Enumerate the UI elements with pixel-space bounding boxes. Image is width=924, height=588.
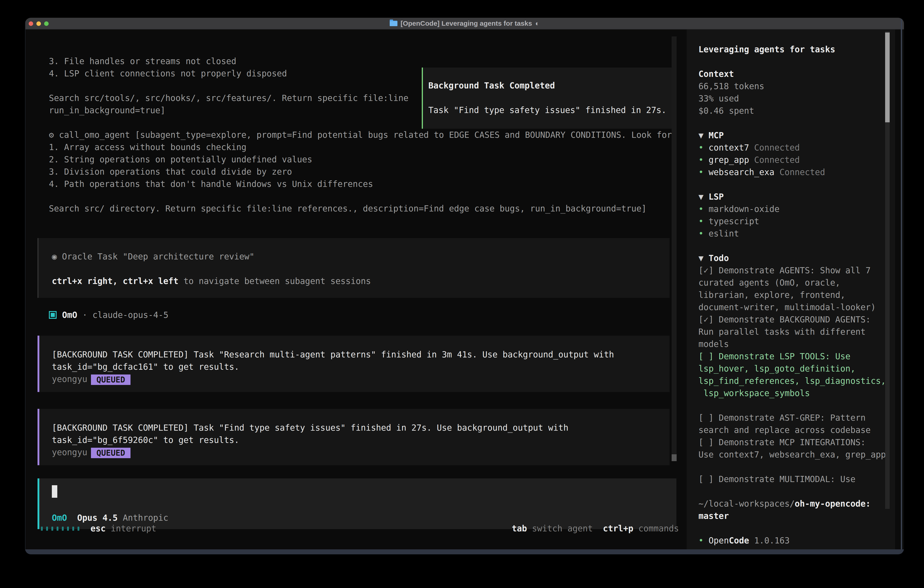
terminal-line: 3. File handles or streams not closed (49, 55, 672, 68)
text-segment: Code (729, 536, 749, 545)
text-cursor (52, 485, 57, 498)
terminal-line: lsp_find_references, lsp_diagnostics, (698, 375, 886, 387)
terminal-line: ~/local-workspaces/oh-my-opencode: (698, 498, 886, 510)
notification-toast[interactable]: Background Task Completed Task "Find typ… (422, 68, 675, 129)
text-segment: Run parallel tasks with different (698, 327, 866, 337)
text-segment: document-writer, multimodal-looker) (698, 302, 876, 312)
terminal-line: ▼ Todo (698, 252, 886, 264)
chevron-down-icon: ▼ (698, 253, 709, 263)
terminal-line: ctrl+x right, ctrl+x left to navigate be… (52, 275, 670, 287)
text-segment: Search src/tools/, src/hooks/, src/featu… (49, 93, 409, 103)
sidebar-content: Leveraging agents for tasksContext66,518… (698, 43, 886, 547)
terminal-line: [ ] Demonstrate MCP INTEGRATIONS: (698, 436, 886, 449)
terminal-line: [ ] Demonstrate AST-GREP: Pattern (698, 412, 886, 424)
agent-model: claude-opus-4-5 (92, 310, 168, 320)
zoom-button[interactable] (44, 21, 49, 26)
notification-title: Background Task Completed (428, 79, 673, 92)
terminal-line: [ ] Demonstrate MULTIMODAL: Use (698, 473, 886, 486)
chevron-down-icon: ▼ (698, 192, 709, 202)
input-provider: Anthropic (118, 513, 168, 523)
esc-hint: esc interrupt (91, 522, 157, 535)
text-segment: Oracle Task "Deep architecture review" (62, 252, 254, 261)
terminal-line: models (698, 338, 886, 350)
status-dot-icon: • (698, 216, 709, 226)
background-task-message: [BACKGROUND TASK COMPLETED] Task "Find t… (38, 409, 670, 465)
text-segment: 2. String operations on potentially unde… (49, 155, 312, 164)
text-segment: markdown-oxide (709, 204, 780, 214)
terminal-line: ▼ LSP (698, 191, 886, 203)
text-segment: master (698, 511, 729, 521)
model-selector-row[interactable]: OmO Opus 4.5 Anthropic (52, 512, 168, 524)
text-segment: 33% used (698, 94, 739, 104)
sidebar-scrollbar[interactable] (885, 31, 890, 509)
terminal-line: Leveraging agents for tasks (698, 43, 886, 56)
status-dot-icon: • (698, 204, 709, 214)
terminal-line: 3. Division operations that could divide… (49, 166, 672, 178)
author-name: yeongyu (52, 374, 87, 384)
close-button[interactable] (29, 21, 33, 26)
window-title: [OpenCode] Leveraging agents for tasks (401, 20, 532, 27)
text-segment: Leveraging agents for tasks (698, 45, 835, 55)
window-left-border (25, 18, 25, 554)
ctrlp-label: commands (634, 524, 679, 533)
esc-key: esc (91, 524, 106, 533)
text-segment: context7 (709, 143, 749, 153)
agent-header-row: OmO · claude-opus-4-5 (49, 309, 168, 321)
terminal-line: Context (698, 68, 886, 80)
text-segment: [ ] Demonstrate MULTIMODAL: Use (698, 474, 856, 484)
terminal-line (698, 400, 886, 412)
text-segment: librarian, explore, frontend, (698, 290, 845, 300)
terminal-line (698, 461, 886, 473)
window-right-border (901, 18, 902, 554)
status-dot-icon: • (698, 167, 709, 177)
status-bar: esc interrupt tab switch agent ctrl+p co… (25, 522, 684, 535)
text-segment: ~/local-workspaces/ (698, 499, 795, 509)
text-segment: Open (709, 536, 729, 545)
terminal-line: • websearch_exa Connected (698, 166, 886, 178)
keyboard-hints: tab switch agent ctrl+p commands (512, 522, 679, 535)
text-segment: curated agents (OmO, oracle, (698, 278, 840, 287)
terminal-line: librarian, explore, frontend, (698, 289, 886, 301)
terminal-line: 2. String operations on potentially unde… (49, 154, 672, 166)
terminal-line: Search src/ directory. Return specific f… (49, 203, 672, 215)
terminal-line: [✓] Demonstrate AGENTS: Show all 7 (698, 264, 886, 277)
scrollbar-thumb[interactable] (885, 33, 890, 122)
text-segment: Todo (709, 253, 729, 263)
text-segment: 3. File handles or streams not closed (49, 56, 236, 66)
session-sidebar: Leveraging agents for tasksContext66,518… (686, 30, 895, 549)
status-dot-icon: • (698, 155, 709, 165)
terminal-line: • markdown-oxide (698, 203, 886, 215)
minimize-button[interactable] (36, 21, 41, 26)
terminal-line: Run parallel tasks with different (698, 326, 886, 338)
text-segment: [ ] Demonstrate MCP INTEGRATIONS: (698, 438, 866, 447)
message-input[interactable]: OmO Opus 4.5 Anthropic (38, 478, 676, 529)
terminal-line: search and replace across codebase (698, 424, 886, 436)
text-segment: ctrl+x right, ctrl+x left (52, 276, 178, 286)
text-segment: Connected (749, 155, 800, 165)
text-segment: call_omo_agent [subagent_type=explore, p… (59, 130, 672, 140)
tab-label: switch agent (527, 524, 603, 533)
terminal-line: ◉ Oracle Task "Deep architecture review" (52, 251, 670, 263)
text-segment: oh-my-opencode: (795, 499, 871, 509)
text-segment: 3. Division operations that could divide… (49, 167, 292, 177)
text-segment: Connected (749, 143, 800, 153)
main-scrollbar[interactable] (672, 36, 676, 461)
text-segment: lsp_workspace_symbols (698, 388, 810, 398)
scrollbar-thumb[interactable] (672, 454, 676, 461)
text-segment: eslint (709, 229, 739, 238)
terminal-line: document-writer, multimodal-looker) (698, 301, 886, 314)
text-segment: LSP (709, 192, 724, 202)
folder-icon (390, 21, 398, 26)
omo-agent-icon (49, 311, 57, 319)
terminal-line: • context7 Connected (698, 142, 886, 154)
status-badge: QUEUED (91, 448, 130, 458)
terminal-line: 1. Array access without bounds checking (49, 141, 672, 154)
text-segment: [ ] Demonstrate LSP TOOLS: Use (698, 352, 850, 361)
notification-body: Task "Find type safety issues" finished … (428, 104, 673, 116)
separator-dot: · (77, 310, 92, 320)
spinner-icon (41, 527, 79, 531)
conversation-pane: 3. File handles or streams not closed4. … (25, 30, 684, 549)
background-task-message: [BACKGROUND TASK COMPLETED] Task "Resear… (38, 335, 670, 392)
terminal-line: ▼ MCP (698, 129, 886, 142)
text-segment: typescript (709, 216, 759, 226)
